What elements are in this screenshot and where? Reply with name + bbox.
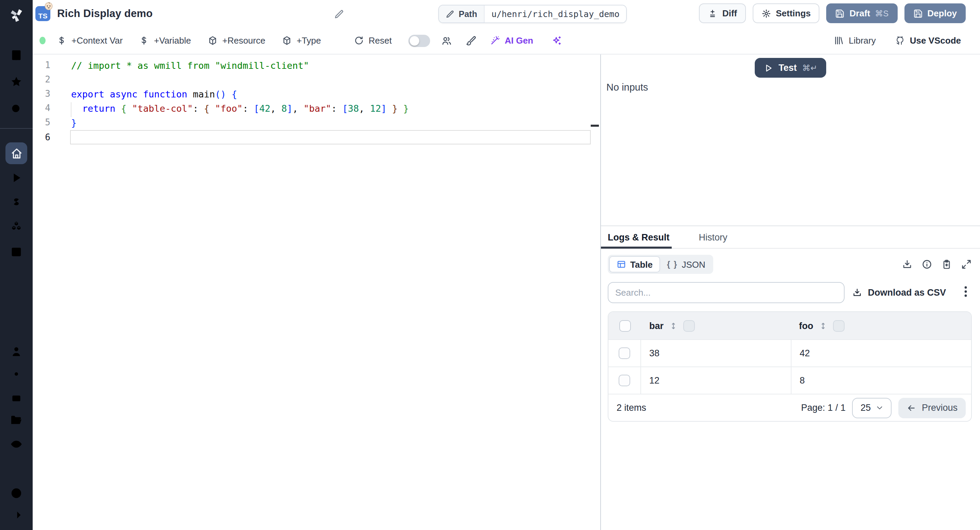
code-line[interactable]: 6 [33, 130, 600, 144]
code-text: } [71, 117, 76, 128]
path-label: Path [439, 5, 485, 22]
sort-icon[interactable] [819, 321, 827, 330]
workspace-icon[interactable] [10, 48, 23, 62]
search-icon[interactable] [10, 102, 23, 116]
table-header-cell-foo[interactable]: foo [791, 312, 971, 339]
line-number: 4 [33, 103, 50, 113]
download-icon [852, 287, 862, 298]
previous-page-button[interactable]: Previous [899, 398, 966, 418]
format-brush-icon[interactable] [465, 35, 476, 46]
library-icon [834, 35, 844, 46]
table-header-cell-bar[interactable]: bar [641, 312, 791, 339]
current-line-highlight [70, 130, 591, 144]
column-filter-checkbox[interactable] [833, 320, 845, 331]
save-icon [835, 8, 845, 18]
active-tab-underline [601, 247, 672, 249]
tab-logs-result[interactable]: Logs & Result [608, 232, 670, 242]
collapse-sidebar-arrow-icon[interactable] [10, 508, 23, 522]
view-table-segment[interactable]: Table [609, 256, 660, 273]
code-line[interactable]: 1// import * as wmill from "windmill-cli… [33, 58, 600, 72]
sidebar-item-runs[interactable] [10, 171, 23, 185]
select-all-checkbox[interactable] [619, 320, 630, 331]
sidebar-item-workers[interactable] [10, 391, 23, 405]
reset-button[interactable]: Reset [353, 35, 392, 46]
ai-gen-button[interactable]: AI Gen [490, 35, 533, 46]
toggle-knob [409, 36, 419, 45]
sidebar-item-audit-logs[interactable] [10, 437, 23, 451]
view-row: Table { } JSON [608, 255, 972, 274]
search-input[interactable] [608, 282, 845, 303]
table-menu-kebab-icon[interactable] [964, 286, 967, 299]
download-csv-button[interactable]: Download as CSV [852, 287, 946, 298]
windmill-logo-icon[interactable] [8, 6, 25, 24]
info-icon[interactable] [921, 259, 932, 270]
copy-result-clipboard-icon[interactable] [941, 259, 952, 270]
result-actions [902, 259, 972, 270]
row-checkbox[interactable] [619, 375, 630, 386]
sparkles-icon[interactable] [551, 35, 562, 46]
gear-icon [762, 8, 771, 18]
code-line[interactable]: 3export async function main() { [33, 86, 600, 101]
sidebar-item-variables[interactable] [10, 196, 23, 209]
multiplayer-users-icon[interactable] [441, 35, 452, 46]
test-button[interactable]: Test ⌘↵ [755, 58, 826, 78]
table-row[interactable]: 128 [608, 367, 971, 394]
sidebar-item-settings[interactable] [10, 367, 23, 381]
add-variable-button[interactable]: +Variable [139, 35, 191, 46]
add-resource-button[interactable]: +Resource [207, 35, 265, 46]
result-body: Table { } JSON [601, 249, 980, 422]
code-line[interactable]: 2 [33, 72, 600, 86]
line-number: 6 [33, 132, 50, 142]
table-cell: 38 [641, 340, 791, 367]
line-number: 5 [33, 118, 50, 128]
sidebar-item-schedules[interactable] [10, 244, 23, 258]
table-cell: 42 [791, 340, 971, 367]
column-filter-checkbox[interactable] [683, 320, 695, 331]
column-label: foo [799, 321, 813, 331]
editor-toolbar: +Context Var +Variable +Resource +Type R… [33, 27, 980, 54]
path-widget[interactable]: Path u/henri/rich_display_demo [438, 5, 627, 23]
use-vscode-button[interactable]: Use VScode [895, 35, 961, 46]
settings-button[interactable]: Settings [753, 3, 820, 23]
add-context-var-button[interactable]: +Context Var [56, 35, 123, 46]
code-line[interactable]: 4 return { "table-col": { "foo": [42, 8]… [33, 101, 600, 115]
add-type-button[interactable]: +Type [282, 35, 321, 46]
edit-summary-pencil-icon[interactable] [334, 9, 344, 19]
sidebar-item-home[interactable] [5, 142, 27, 164]
sidebar-item-resources[interactable] [10, 220, 23, 234]
sidebar-item-users[interactable] [10, 345, 23, 358]
table-body: 3842128 [608, 339, 971, 394]
sort-icon[interactable] [669, 321, 678, 330]
row-checkbox[interactable] [619, 347, 630, 359]
path-value[interactable]: u/henri/rich_display_demo [485, 5, 626, 22]
tab-history[interactable]: History [699, 232, 727, 242]
library-button[interactable]: Library [834, 35, 876, 46]
diff-mode-toggle[interactable] [408, 34, 430, 47]
table-header-select-cell [608, 312, 641, 339]
table-row[interactable]: 3842 [608, 339, 971, 367]
sidebar-item-folders[interactable] [10, 413, 23, 427]
download-icon[interactable] [902, 259, 913, 270]
code-editor[interactable]: 1// import * as wmill from "windmill-cli… [33, 54, 600, 530]
diff-button[interactable]: Diff [699, 3, 746, 23]
content-split: 1// import * as wmill from "windmill-cli… [33, 54, 980, 530]
page-size-select[interactable]: 25 [853, 398, 892, 418]
draft-button[interactable]: Draft ⌘S [827, 3, 898, 23]
sidebar-divider [0, 128, 33, 129]
github-icon [895, 35, 905, 46]
expand-icon[interactable] [961, 259, 972, 270]
table-footer: 2 items Page: 1 / 1 25 Previous [608, 394, 971, 421]
code-lines: 1// import * as wmill from "windmill-cli… [33, 58, 600, 144]
code-text: // import * as wmill from "windmill-clie… [71, 60, 309, 70]
table-header: barfoo [608, 312, 971, 339]
deploy-button[interactable]: Deploy [904, 3, 966, 23]
favorites-star-icon[interactable] [10, 75, 23, 89]
cell-value: 38 [649, 348, 659, 358]
help-icon[interactable] [10, 486, 23, 500]
view-json-segment[interactable]: { } JSON [660, 256, 712, 273]
code-text: return { "table-col": { "foo": [42, 8], … [71, 103, 409, 114]
script-emoji [44, 1, 53, 10]
code-line[interactable]: 5} [33, 115, 600, 130]
chevron-down-icon [876, 404, 884, 412]
windmill-script-editor: TS Rich Display demo Path u/henri/rich_d… [0, 0, 980, 530]
